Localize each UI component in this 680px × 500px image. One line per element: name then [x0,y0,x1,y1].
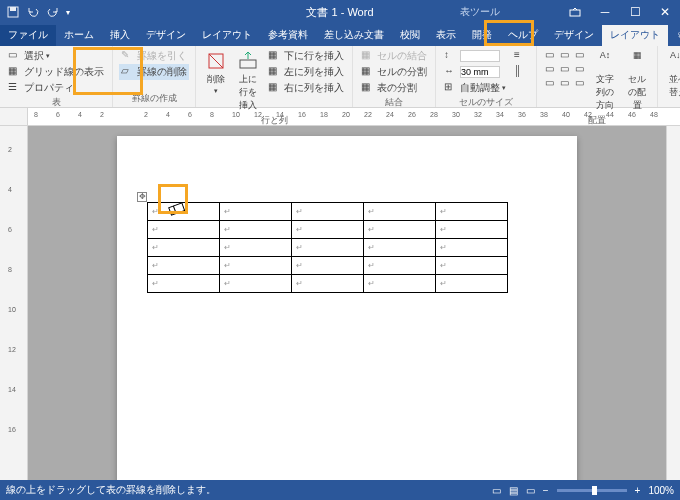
tab-help[interactable]: ヘルプ [500,25,546,46]
tell-me[interactable]: ♀ 操作アシスト [668,25,680,46]
eraser-button[interactable]: ▱罫線の削除 [119,64,189,80]
zoom-value[interactable]: 100% [648,485,674,496]
align-mr[interactable]: ▭ [573,62,587,75]
split-table-button[interactable]: ▦表の分割 [359,80,429,96]
table-cell[interactable]: ↵ [148,257,220,275]
delete-button[interactable]: 削除▾ [202,48,230,97]
insert-right-button[interactable]: ▦右に列を挿入 [266,80,346,96]
table-cell[interactable]: ↵ [220,239,292,257]
zoom-out-icon[interactable]: − [543,485,549,496]
table-cell[interactable]: ↵ [220,257,292,275]
align-bl[interactable]: ▭ [543,76,557,89]
table-cell[interactable]: ↵ [436,257,508,275]
align-tl[interactable]: ▭ [543,48,557,61]
align-ml[interactable]: ▭ [543,62,557,75]
table-cell[interactable]: ↵ [364,203,436,221]
table-cell[interactable]: ↵ [220,203,292,221]
ruler-vertical[interactable]: 246810121416 [0,126,28,480]
table-cell[interactable]: ↵ [148,275,220,293]
tab-ctx-layout[interactable]: レイアウト [602,25,668,46]
table-cell[interactable]: ↵ [292,221,364,239]
properties-button[interactable]: ☰プロパティ [6,80,106,96]
tab-view[interactable]: 表示 [428,25,464,46]
align-tr[interactable]: ▭ [573,48,587,61]
align-mc[interactable]: ▭ [558,62,572,75]
ruler-tick: 26 [408,111,416,118]
select-button[interactable]: ▭選択▾ [6,48,106,64]
table-move-handle[interactable]: ✥ [137,192,147,202]
ribbon-options-icon[interactable] [560,0,590,24]
tab-home[interactable]: ホーム [56,25,102,46]
table-cell[interactable]: ↵ [292,203,364,221]
save-icon[interactable] [6,5,20,19]
zoom-in-icon[interactable]: + [635,485,641,496]
insert-left-button[interactable]: ▦左に列を挿入 [266,64,346,80]
svg-rect-2 [570,10,580,16]
width-input[interactable] [460,66,500,78]
minimize-icon[interactable]: ─ [590,0,620,24]
height-input[interactable] [460,50,500,62]
autofit-button[interactable]: ⊞自動調整▾ [442,80,508,96]
col-width-field[interactable]: ↔ [442,64,508,80]
redo-icon[interactable] [46,5,60,19]
tab-layout[interactable]: レイアウト [194,25,260,46]
insert-above-button[interactable]: 上に行を挿入 [234,48,262,114]
scrollbar-vertical[interactable] [666,126,680,480]
align-br[interactable]: ▭ [573,76,587,89]
undo-icon[interactable] [26,5,40,19]
cell-margins-button[interactable]: ▦セルの配置 [623,48,651,114]
table-cell[interactable]: ↵ [364,239,436,257]
table-cell[interactable]: ↵ [148,221,220,239]
maximize-icon[interactable]: ☐ [620,0,650,24]
ruler-horizontal[interactable]: 8642246810121416182022242628303234363840… [28,108,680,125]
table-cell[interactable]: ↵ [148,239,220,257]
view-print-icon[interactable]: ▭ [492,485,501,496]
table[interactable]: ↵↵↵↵↵↵↵↵↵↵↵↵↵↵↵↵↵↵↵↵↵↵↵↵↵ [147,202,508,293]
table-cell[interactable]: ↵ [220,221,292,239]
table-cell[interactable]: ↵ [436,221,508,239]
close-icon[interactable]: ✕ [650,0,680,24]
insert-below-icon: ▦ [268,49,282,63]
table-cell[interactable]: ↵ [220,275,292,293]
qat-dropdown-icon[interactable]: ▾ [66,8,70,17]
tab-ctx-design[interactable]: デザイン [546,25,602,46]
table-cell[interactable]: ↵ [436,275,508,293]
table-cell[interactable]: ↵ [292,257,364,275]
split-cells-button[interactable]: ▦セルの分割 [359,64,429,80]
canvas[interactable]: ✥ ↵↵↵↵↵↵↵↵↵↵↵↵↵↵↵↵↵↵↵↵↵↵↵↵↵ [28,126,666,480]
tab-developer[interactable]: 開発 [464,25,500,46]
tab-file[interactable]: ファイル [0,25,56,46]
tab-design[interactable]: デザイン [138,25,194,46]
table-cell[interactable]: ↵ [292,275,364,293]
table-cell[interactable]: ↵ [364,257,436,275]
view-read-icon[interactable]: ▤ [509,485,518,496]
align-bc[interactable]: ▭ [558,76,572,89]
row-height-field[interactable]: ↕ [442,48,508,64]
tab-review[interactable]: 校閲 [392,25,428,46]
sort-button[interactable]: A↓Z並べ替え [664,48,680,101]
quick-access-toolbar: ▾ [0,5,70,19]
ruler-corner [0,108,28,125]
table-cell[interactable]: ↵ [436,203,508,221]
merge-cells-button[interactable]: ▦セルの結合 [359,48,429,64]
tab-mailings[interactable]: 差し込み文書 [316,25,392,46]
dist-rows-button[interactable]: ≡ [512,48,530,64]
ruler-tick: 34 [496,111,504,118]
tab-insert[interactable]: 挿入 [102,25,138,46]
autofit-label: 自動調整 [460,81,500,95]
insert-below-button[interactable]: ▦下に行を挿入 [266,48,346,64]
page[interactable]: ✥ ↵↵↵↵↵↵↵↵↵↵↵↵↵↵↵↵↵↵↵↵↵↵↵↵↵ [117,136,577,480]
table-cell[interactable]: ↵ [364,221,436,239]
tab-references[interactable]: 参考資料 [260,25,316,46]
table-cell[interactable]: ↵ [364,275,436,293]
select-icon: ▭ [8,49,22,63]
view-web-icon[interactable]: ▭ [526,485,535,496]
align-tc[interactable]: ▭ [558,48,572,61]
table-cell[interactable]: ↵ [292,239,364,257]
text-direction-button[interactable]: A↕文字列の方向 [591,48,619,114]
dist-cols-button[interactable]: ║ [512,64,530,80]
view-gridlines-button[interactable]: ▦グリッド線の表示 [6,64,106,80]
table-cell[interactable]: ↵ [436,239,508,257]
draw-border-button[interactable]: ✎罫線を引く [119,48,189,64]
zoom-slider[interactable] [557,489,627,492]
